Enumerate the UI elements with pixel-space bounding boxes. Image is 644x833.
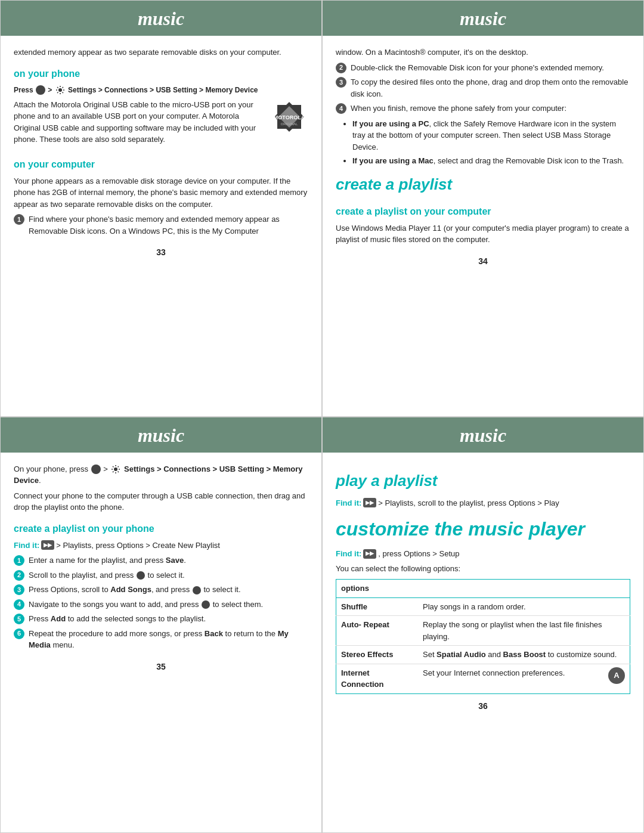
option-name-shuffle: Shuffle — [336, 597, 418, 616]
step-num-6: 6 — [14, 628, 24, 639]
step-num-5: 5 — [14, 614, 24, 624]
list-item-2: 2 Double-click the Removable Disk icon f… — [336, 62, 630, 74]
panel-bottom-right: music play a playlist Find it: ▶▶ > Play… — [322, 417, 644, 834]
find-it-line-bl: Find it: ▶▶ > Playlists, press Options >… — [14, 540, 308, 552]
bl-intro-settings: On your phone, press > Settings > Connec… — [14, 463, 308, 487]
phone-body-text: Attach the Motorola Original USB cable t… — [14, 99, 308, 145]
option-desc-internet: Set your Internet connection preferences… — [418, 664, 630, 693]
num-2: 2 — [336, 63, 346, 73]
panel-tr-intro: window. On a Macintosh® computer, it's o… — [336, 47, 630, 58]
step-5: 5 Press Add to add the selected songs to… — [14, 613, 308, 625]
step-num-4: 4 — [14, 599, 24, 610]
step-3: 3 Press Options, scroll to Add Songs, an… — [14, 584, 308, 596]
step-3-text: Press Options, scroll to Add Songs, and … — [29, 584, 241, 596]
page-grid: music extended memory appear as two sepa… — [0, 0, 644, 833]
motorola-logo: MOTOROLA ORIGINAL — [271, 99, 308, 136]
panel-header-bottom-left: music — [1, 417, 321, 453]
step-4: 4 Navigate to the songs you want to add,… — [14, 599, 308, 611]
options-table-header: options — [336, 580, 630, 598]
list-item-text: Find where your phone's basic memory and… — [29, 213, 308, 237]
step-6-text: Repeat the procedure to add more songs, … — [29, 628, 308, 651]
list-item-3: 3 To copy the desired files onto the pho… — [336, 76, 630, 100]
create-a-playlist-title: create a playlist — [336, 173, 630, 196]
bl-intro-body: Connect your phone to the computer throu… — [14, 490, 308, 513]
num-1: 1 — [14, 214, 24, 225]
numbered-list-tl: 1 Find where your phone's basic memory a… — [14, 213, 308, 237]
bullet-pc-text: If you are using a PC, click the Safely … — [352, 119, 616, 151]
table-row-auto-repeat: Auto- Repeat Replay the song or playlist… — [336, 616, 630, 646]
nav-btn-step2 — [137, 571, 145, 580]
panel-header-top-right: music — [323, 1, 643, 36]
list-item-3-text: To copy the desired files onto the phone… — [351, 76, 630, 100]
option-name-stereo: Stereo Effects — [336, 646, 418, 664]
panel-bottom-left: music On your phone, press > Settings > … — [0, 417, 322, 834]
nav-btn-step4 — [202, 600, 210, 609]
option-desc-shuffle: Play songs in a random order. — [418, 597, 630, 616]
option-name-internet: Internet Connection — [336, 664, 418, 693]
find-it-label-br-play: Find it: — [336, 497, 361, 509]
panel-top-right: music window. On a Macintosh® computer, … — [322, 0, 644, 417]
find-it-rest-br-customize: , press Options > Setup — [378, 548, 459, 560]
option-name-auto-repeat: Auto- Repeat — [336, 616, 418, 646]
settings-text: Settings > Connections > USB Setting > M… — [68, 86, 258, 94]
find-it-line-br-play: Find it: ▶▶ > Playlists, scroll to the p… — [336, 497, 630, 509]
step-num-1: 1 — [14, 555, 24, 566]
gear-icon-bl — [111, 465, 120, 474]
internet-icon: A — [608, 667, 625, 684]
bullet-pc: If you are using a PC, click the Safely … — [352, 118, 630, 153]
page-number-br: 36 — [336, 694, 630, 713]
panel-header-bottom-right: music — [323, 417, 643, 453]
svg-text:MOTOROLA: MOTOROLA — [274, 114, 305, 120]
panel-content-bottom-right: play a playlist Find it: ▶▶ > Playlists,… — [323, 453, 643, 833]
list-item: 1 Find where your phone's basic memory a… — [14, 213, 308, 237]
play-a-playlist-title: play a playlist — [336, 469, 630, 493]
step-6: 6 Repeat the procedure to add more songs… — [14, 628, 308, 651]
nav-btn-bl — [91, 465, 101, 474]
panel-tl-intro: extended memory appear as two separate r… — [14, 47, 308, 58]
panel-content-bottom-left: On your phone, press > Settings > Connec… — [1, 453, 321, 833]
step-num-3: 3 — [14, 584, 24, 595]
panel-top-left: music extended memory appear as two sepa… — [0, 0, 322, 417]
panel-content-top-right: window. On a Macintosh® computer, it's o… — [323, 36, 643, 416]
find-it-rest-bl: > Playlists, press Options > Create New … — [56, 540, 220, 552]
customize-body: You can select the following options: — [336, 563, 630, 575]
page-number-bl: 35 — [14, 655, 308, 673]
table-row-shuffle: Shuffle Play songs in a random order. — [336, 597, 630, 616]
nav-button-icon — [36, 85, 45, 95]
option-desc-internet-text: Set your Internet connection preferences… — [423, 668, 565, 677]
settings-path: Press > Settings > Connections > USB Set… — [14, 85, 308, 95]
list-item-4: 4 When you finish, remove the phone safe… — [336, 103, 630, 114]
panel-content-top-left: extended memory appear as two separate r… — [1, 36, 321, 416]
create-playlist-computer-subtitle: create a playlist on your computer — [336, 205, 630, 219]
bullet-list-tr: If you are using a PC, click the Safely … — [352, 118, 630, 167]
num-3: 3 — [336, 77, 346, 88]
num-4: 4 — [336, 103, 346, 114]
create-playlist-computer-body: Use Windows Media Player 11 (or your com… — [336, 222, 630, 246]
gear-icon — [55, 85, 65, 95]
table-row-internet: Internet Connection Set your Internet co… — [336, 664, 630, 693]
svg-text:ORIGINAL: ORIGINAL — [281, 122, 298, 126]
customize-title: customize the music player — [336, 515, 630, 543]
bullet-mac-text: If you are using a Mac, select and drag … — [352, 156, 624, 165]
motorola-diamond-icon: MOTOROLA ORIGINAL — [271, 99, 307, 135]
step-5-text: Press Add to add the selected songs to t… — [29, 613, 206, 625]
table-row-stereo: Stereo Effects Set Spatial Audio and Bas… — [336, 646, 630, 664]
nav-btn-step3 — [193, 586, 201, 594]
panel-header-top-left: music — [1, 1, 321, 36]
list-item-2-text: Double-click the Removable Disk icon for… — [351, 62, 604, 74]
media-icon-br-customize: ▶▶ — [363, 549, 376, 559]
media-icon-br-play: ▶▶ — [363, 498, 376, 507]
find-it-label-bl: Find it: — [14, 540, 39, 552]
step-1: 1 Enter a name for the playlist, and pre… — [14, 555, 308, 566]
options-table: options Shuffle Play songs in a random o… — [336, 579, 630, 694]
list-item-4-text: When you finish, remove the phone safely… — [351, 103, 566, 114]
option-desc-auto-repeat: Replay the song or playlist when the las… — [418, 616, 630, 646]
steps-list-bl: 1 Enter a name for the playlist, and pre… — [14, 555, 308, 651]
find-it-line-br-customize: Find it: ▶▶ , press Options > Setup — [336, 548, 630, 560]
svg-point-6 — [114, 467, 117, 471]
step-1-text: Enter a name for the playlist, and press… — [29, 555, 186, 566]
find-it-label-br-customize: Find it: — [336, 548, 361, 560]
step-2: 2 Scroll to the playlist, and press to s… — [14, 569, 308, 581]
on-your-phone-title: on your phone — [14, 67, 308, 81]
on-your-computer-title: on your computer — [14, 157, 308, 172]
